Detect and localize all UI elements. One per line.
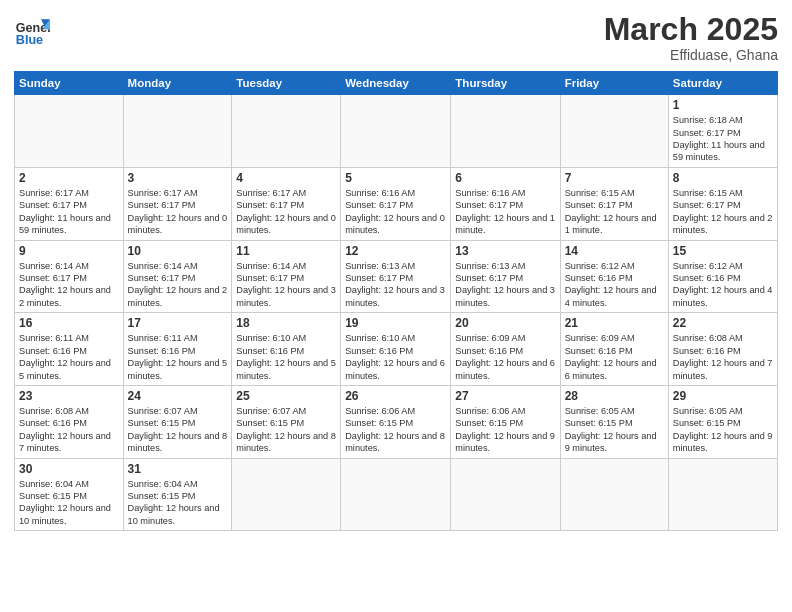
- day-info: Sunrise: 6:13 AM Sunset: 6:17 PM Dayligh…: [345, 260, 446, 310]
- calendar-day-cell: 22Sunrise: 6:08 AM Sunset: 6:16 PM Dayli…: [668, 313, 777, 386]
- day-number: 30: [19, 462, 119, 476]
- day-info: Sunrise: 6:16 AM Sunset: 6:17 PM Dayligh…: [345, 187, 446, 237]
- calendar-day-cell: 12Sunrise: 6:13 AM Sunset: 6:17 PM Dayli…: [341, 240, 451, 313]
- location: Effiduase, Ghana: [604, 47, 778, 63]
- day-number: 31: [128, 462, 228, 476]
- day-header-monday: Monday: [123, 72, 232, 95]
- day-number: 26: [345, 389, 446, 403]
- day-info: Sunrise: 6:17 AM Sunset: 6:17 PM Dayligh…: [128, 187, 228, 237]
- header: General Blue March 2025 Effiduase, Ghana: [14, 12, 778, 63]
- calendar-day-cell: [123, 95, 232, 168]
- calendar-day-cell: [341, 95, 451, 168]
- day-info: Sunrise: 6:05 AM Sunset: 6:15 PM Dayligh…: [673, 405, 773, 455]
- day-info: Sunrise: 6:06 AM Sunset: 6:15 PM Dayligh…: [345, 405, 446, 455]
- day-info: Sunrise: 6:11 AM Sunset: 6:16 PM Dayligh…: [128, 332, 228, 382]
- day-info: Sunrise: 6:16 AM Sunset: 6:17 PM Dayligh…: [455, 187, 555, 237]
- day-number: 28: [565, 389, 664, 403]
- calendar-day-cell: 21Sunrise: 6:09 AM Sunset: 6:16 PM Dayli…: [560, 313, 668, 386]
- calendar-day-cell: 7Sunrise: 6:15 AM Sunset: 6:17 PM Daylig…: [560, 167, 668, 240]
- day-number: 12: [345, 244, 446, 258]
- day-number: 19: [345, 316, 446, 330]
- day-info: Sunrise: 6:04 AM Sunset: 6:15 PM Dayligh…: [19, 478, 119, 528]
- calendar-day-cell: [451, 95, 560, 168]
- day-info: Sunrise: 6:14 AM Sunset: 6:17 PM Dayligh…: [236, 260, 336, 310]
- day-number: 5: [345, 171, 446, 185]
- day-number: 7: [565, 171, 664, 185]
- day-number: 8: [673, 171, 773, 185]
- calendar-week-row: 9Sunrise: 6:14 AM Sunset: 6:17 PM Daylig…: [15, 240, 778, 313]
- month-title: March 2025: [604, 12, 778, 47]
- day-info: Sunrise: 6:18 AM Sunset: 6:17 PM Dayligh…: [673, 114, 773, 164]
- calendar-day-cell: 9Sunrise: 6:14 AM Sunset: 6:17 PM Daylig…: [15, 240, 124, 313]
- calendar-table: SundayMondayTuesdayWednesdayThursdayFrid…: [14, 71, 778, 531]
- day-number: 13: [455, 244, 555, 258]
- calendar-header-row: SundayMondayTuesdayWednesdayThursdayFrid…: [15, 72, 778, 95]
- title-block: March 2025 Effiduase, Ghana: [604, 12, 778, 63]
- calendar-day-cell: 17Sunrise: 6:11 AM Sunset: 6:16 PM Dayli…: [123, 313, 232, 386]
- day-info: Sunrise: 6:15 AM Sunset: 6:17 PM Dayligh…: [673, 187, 773, 237]
- calendar-day-cell: 13Sunrise: 6:13 AM Sunset: 6:17 PM Dayli…: [451, 240, 560, 313]
- calendar-day-cell: 19Sunrise: 6:10 AM Sunset: 6:16 PM Dayli…: [341, 313, 451, 386]
- day-info: Sunrise: 6:07 AM Sunset: 6:15 PM Dayligh…: [236, 405, 336, 455]
- calendar-day-cell: 20Sunrise: 6:09 AM Sunset: 6:16 PM Dayli…: [451, 313, 560, 386]
- logo-icon: General Blue: [14, 12, 50, 48]
- calendar-week-row: 23Sunrise: 6:08 AM Sunset: 6:16 PM Dayli…: [15, 385, 778, 458]
- day-number: 1: [673, 98, 773, 112]
- calendar-week-row: 16Sunrise: 6:11 AM Sunset: 6:16 PM Dayli…: [15, 313, 778, 386]
- calendar-day-cell: 26Sunrise: 6:06 AM Sunset: 6:15 PM Dayli…: [341, 385, 451, 458]
- day-number: 11: [236, 244, 336, 258]
- day-number: 25: [236, 389, 336, 403]
- calendar-day-cell: 10Sunrise: 6:14 AM Sunset: 6:17 PM Dayli…: [123, 240, 232, 313]
- day-info: Sunrise: 6:04 AM Sunset: 6:15 PM Dayligh…: [128, 478, 228, 528]
- day-number: 27: [455, 389, 555, 403]
- day-number: 24: [128, 389, 228, 403]
- day-info: Sunrise: 6:17 AM Sunset: 6:17 PM Dayligh…: [236, 187, 336, 237]
- calendar-day-cell: 29Sunrise: 6:05 AM Sunset: 6:15 PM Dayli…: [668, 385, 777, 458]
- day-header-wednesday: Wednesday: [341, 72, 451, 95]
- day-info: Sunrise: 6:17 AM Sunset: 6:17 PM Dayligh…: [19, 187, 119, 237]
- calendar-day-cell: 16Sunrise: 6:11 AM Sunset: 6:16 PM Dayli…: [15, 313, 124, 386]
- calendar-day-cell: 23Sunrise: 6:08 AM Sunset: 6:16 PM Dayli…: [15, 385, 124, 458]
- svg-text:Blue: Blue: [16, 33, 43, 47]
- calendar-day-cell: 14Sunrise: 6:12 AM Sunset: 6:16 PM Dayli…: [560, 240, 668, 313]
- calendar-day-cell: [560, 95, 668, 168]
- calendar-day-cell: 11Sunrise: 6:14 AM Sunset: 6:17 PM Dayli…: [232, 240, 341, 313]
- calendar-week-row: 1Sunrise: 6:18 AM Sunset: 6:17 PM Daylig…: [15, 95, 778, 168]
- calendar-day-cell: 6Sunrise: 6:16 AM Sunset: 6:17 PM Daylig…: [451, 167, 560, 240]
- day-header-saturday: Saturday: [668, 72, 777, 95]
- calendar-day-cell: 8Sunrise: 6:15 AM Sunset: 6:17 PM Daylig…: [668, 167, 777, 240]
- day-number: 10: [128, 244, 228, 258]
- day-info: Sunrise: 6:14 AM Sunset: 6:17 PM Dayligh…: [19, 260, 119, 310]
- day-info: Sunrise: 6:11 AM Sunset: 6:16 PM Dayligh…: [19, 332, 119, 382]
- day-info: Sunrise: 6:08 AM Sunset: 6:16 PM Dayligh…: [19, 405, 119, 455]
- day-number: 3: [128, 171, 228, 185]
- day-info: Sunrise: 6:12 AM Sunset: 6:16 PM Dayligh…: [673, 260, 773, 310]
- day-number: 6: [455, 171, 555, 185]
- calendar-day-cell: [668, 458, 777, 531]
- calendar-day-cell: 18Sunrise: 6:10 AM Sunset: 6:16 PM Dayli…: [232, 313, 341, 386]
- day-number: 9: [19, 244, 119, 258]
- calendar-day-cell: 24Sunrise: 6:07 AM Sunset: 6:15 PM Dayli…: [123, 385, 232, 458]
- day-info: Sunrise: 6:08 AM Sunset: 6:16 PM Dayligh…: [673, 332, 773, 382]
- calendar-day-cell: [560, 458, 668, 531]
- day-number: 4: [236, 171, 336, 185]
- calendar-week-row: 30Sunrise: 6:04 AM Sunset: 6:15 PM Dayli…: [15, 458, 778, 531]
- day-info: Sunrise: 6:10 AM Sunset: 6:16 PM Dayligh…: [236, 332, 336, 382]
- calendar-day-cell: 1Sunrise: 6:18 AM Sunset: 6:17 PM Daylig…: [668, 95, 777, 168]
- calendar-day-cell: 27Sunrise: 6:06 AM Sunset: 6:15 PM Dayli…: [451, 385, 560, 458]
- day-info: Sunrise: 6:09 AM Sunset: 6:16 PM Dayligh…: [565, 332, 664, 382]
- logo: General Blue: [14, 12, 50, 48]
- day-number: 23: [19, 389, 119, 403]
- day-info: Sunrise: 6:07 AM Sunset: 6:15 PM Dayligh…: [128, 405, 228, 455]
- calendar-day-cell: [232, 95, 341, 168]
- day-number: 16: [19, 316, 119, 330]
- calendar-day-cell: [341, 458, 451, 531]
- day-number: 20: [455, 316, 555, 330]
- day-number: 18: [236, 316, 336, 330]
- day-header-thursday: Thursday: [451, 72, 560, 95]
- calendar-page: General Blue March 2025 Effiduase, Ghana…: [0, 0, 792, 612]
- day-number: 15: [673, 244, 773, 258]
- calendar-day-cell: 28Sunrise: 6:05 AM Sunset: 6:15 PM Dayli…: [560, 385, 668, 458]
- calendar-day-cell: 3Sunrise: 6:17 AM Sunset: 6:17 PM Daylig…: [123, 167, 232, 240]
- day-info: Sunrise: 6:14 AM Sunset: 6:17 PM Dayligh…: [128, 260, 228, 310]
